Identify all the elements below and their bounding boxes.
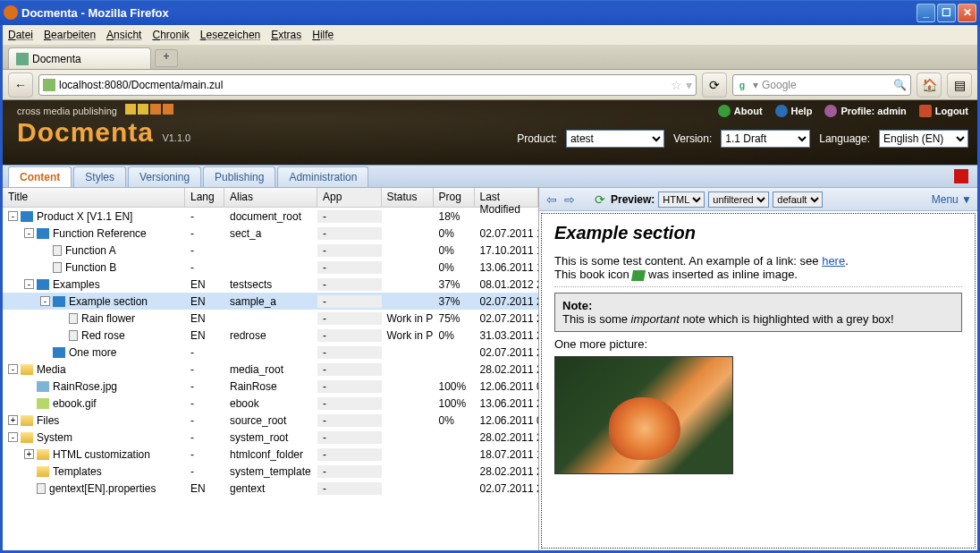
tree-row[interactable]: Function A--0%17.10.2011 19:2 — [3, 242, 538, 259]
close-button[interactable]: ✕ — [958, 4, 976, 22]
tree-row[interactable]: RainRose.jpg-RainRose-100%12.06.2011 01:… — [3, 378, 538, 395]
tab-versioning[interactable]: Versioning — [128, 166, 201, 187]
cell-alias: testsects — [224, 278, 317, 291]
node-label: System — [37, 431, 72, 444]
profile-link[interactable]: Profile: admin — [824, 104, 906, 117]
cell-lang: - — [185, 380, 224, 393]
expand-toggle[interactable]: - — [24, 228, 34, 238]
tree-row[interactable]: +Files-source_root-0%12.06.2011 01:1 — [3, 412, 538, 429]
firefox-menu-item[interactable]: Chronik — [152, 29, 189, 41]
tree-row[interactable]: gentext[EN].propertiesENgentext-02.07.20… — [3, 480, 538, 497]
cell-prog: 0% — [434, 227, 475, 240]
browser-tab[interactable]: Docmenta — [8, 47, 151, 69]
url-input[interactable] — [59, 79, 667, 91]
col-status[interactable]: Status — [382, 188, 434, 207]
preview-filter-select[interactable]: unfiltered — [708, 191, 769, 208]
tree-row[interactable]: -System-system_root-28.02.2011 23:0 — [3, 429, 538, 446]
preview-back-button[interactable]: ⇦ — [545, 192, 559, 207]
search-box[interactable]: g ▾ Google 🔍 — [732, 74, 911, 96]
cell-status: Work in P — [382, 312, 434, 325]
col-prog[interactable]: Prog — [434, 188, 475, 207]
url-bar[interactable]: ☆ ▾ — [38, 74, 697, 96]
cell-app: - — [317, 363, 382, 376]
user-icon — [824, 105, 837, 117]
expand-toggle[interactable]: + — [8, 415, 18, 425]
tab-publishing[interactable]: Publishing — [203, 166, 275, 187]
folder-icon — [37, 466, 49, 477]
expand-toggle[interactable]: - — [8, 432, 18, 442]
preview-refresh-button[interactable]: ⟳ — [593, 192, 607, 207]
preview-variant-select[interactable]: default — [773, 191, 823, 208]
tree-row[interactable]: +HTML customization-htmlconf_folder-18.0… — [3, 446, 538, 463]
book-icon — [53, 347, 65, 358]
preview-forward-button[interactable]: ⇨ — [562, 192, 577, 207]
preview-menu-button[interactable]: Menu ▼ — [932, 193, 972, 206]
language-select[interactable]: English (EN) — [879, 130, 968, 148]
help-link[interactable]: Help — [775, 104, 813, 117]
firefox-menu-item[interactable]: Extras — [271, 29, 301, 41]
node-label: Media — [37, 363, 66, 376]
node-label: Rain flower — [81, 312, 135, 325]
firefox-menu-item[interactable]: Ansicht — [106, 29, 141, 41]
tree-row[interactable]: -Media-media_root-28.02.2011 23:0 — [3, 361, 538, 378]
col-title[interactable]: Title — [3, 188, 185, 207]
book-icon — [631, 270, 646, 281]
minimize-button[interactable]: _ — [917, 4, 935, 22]
tree-row[interactable]: -Product X [V1.1 EN]-document_root-18% — [3, 208, 538, 225]
version-select[interactable]: 1.1 Draft — [721, 130, 810, 148]
col-lastmodified[interactable]: Last Modified — [475, 188, 539, 207]
note-box: Note: This is some important note which … — [554, 293, 962, 332]
preview-link[interactable]: here — [822, 254, 845, 268]
tree-row[interactable]: -ExamplesENtestsects-37%08.01.2012 21:1 — [3, 276, 538, 293]
tree-row[interactable]: ebook.gif-ebook-100%13.06.2011 20:2 — [3, 395, 538, 412]
logout-link[interactable]: Logout — [919, 104, 968, 117]
firefox-menu-item[interactable]: Datei — [8, 29, 33, 41]
tree-row[interactable]: -Example sectionENsample_a-37%02.07.2011… — [3, 293, 538, 310]
bookmarks-button[interactable]: ▤ — [947, 72, 972, 98]
firefox-menu-item[interactable]: Bearbeiten — [44, 29, 96, 41]
expand-toggle[interactable]: + — [24, 449, 34, 459]
folder-icon — [21, 364, 33, 375]
tree-row[interactable]: Function B--0%13.06.2011 18:3 — [3, 259, 538, 276]
product-select[interactable]: atest — [566, 130, 664, 148]
url-dropdown-icon[interactable]: ▾ — [686, 78, 692, 92]
cell-alias: redrose — [224, 329, 317, 342]
expand-toggle[interactable]: - — [8, 211, 18, 221]
firefox-menu-item[interactable]: Lesezeichen — [200, 29, 260, 41]
node-label: Red rose — [81, 329, 125, 342]
col-alias[interactable]: Alias — [224, 188, 317, 207]
back-button[interactable]: ← — [8, 72, 33, 98]
tree-row[interactable]: Red roseENredrose-Work in P0%31.03.2011 … — [3, 327, 538, 344]
cell-alias: system_template — [224, 465, 317, 478]
folder-icon — [21, 415, 33, 426]
tab-content[interactable]: Content — [8, 166, 72, 187]
col-lang[interactable]: Lang — [185, 188, 224, 207]
pdf-icon[interactable] — [954, 169, 968, 183]
cell-lang: - — [185, 448, 224, 461]
cell-alias: sect_a — [224, 227, 317, 240]
firefox-menu-item[interactable]: Hilfe — [312, 29, 334, 41]
gif-icon — [37, 398, 49, 409]
new-tab-button[interactable]: + — [155, 49, 178, 67]
tab-styles[interactable]: Styles — [73, 166, 126, 187]
tree-row[interactable]: Templates-system_template-28.02.2011 23:… — [3, 463, 538, 480]
about-link[interactable]: About — [718, 104, 763, 117]
home-button[interactable]: 🏠 — [917, 72, 942, 98]
expand-toggle[interactable]: - — [24, 279, 34, 289]
tree-row[interactable]: One more--02.07.2011 22:3 — [3, 344, 538, 361]
tree-row[interactable]: -Function Reference-sect_a-0%02.07.2011 … — [3, 225, 538, 242]
folder-icon — [21, 432, 33, 443]
expand-toggle[interactable]: - — [40, 296, 50, 306]
reload-button[interactable]: ⟳ — [702, 72, 727, 98]
expand-toggle[interactable]: - — [8, 364, 18, 374]
col-app[interactable]: App — [317, 188, 382, 207]
maximize-button[interactable]: ☐ — [937, 4, 956, 22]
preview-format-select[interactable]: HTML — [658, 191, 705, 208]
search-icon[interactable]: 🔍 — [893, 79, 907, 91]
cell-prog: 100% — [434, 380, 475, 393]
cell-lang: - — [185, 227, 224, 240]
tab-administration[interactable]: Administration — [277, 166, 368, 187]
node-label: Examples — [53, 278, 100, 291]
bookmark-star-icon[interactable]: ☆ — [671, 78, 682, 92]
tree-row[interactable]: Rain flowerEN-Work in P75%02.07.2011 23:… — [3, 310, 538, 327]
